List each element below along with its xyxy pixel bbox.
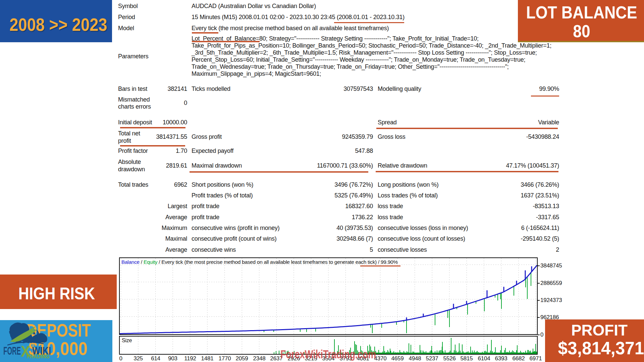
svg-text:TRADING: TRADING	[26, 354, 50, 359]
svg-text:FORE: FORE	[3, 345, 21, 357]
